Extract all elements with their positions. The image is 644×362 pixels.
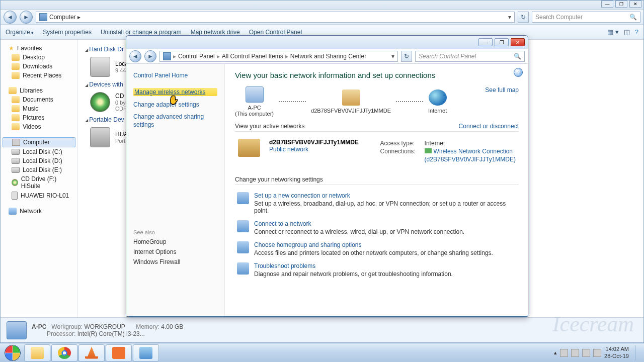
popup-maximize-button[interactable]: ❐ <box>495 38 509 46</box>
window-controls-bar: — ❐ ✕ <box>1 1 643 10</box>
network-node-router[interactable]: d2B78SFVBV0VJIFJJTy1MMDE <box>311 89 391 114</box>
sidebar-disk-e[interactable]: Local Disk (E:) <box>1 165 77 174</box>
sidebar-music[interactable]: Music <box>1 104 77 113</box>
internet-options-link[interactable]: Internet Options <box>133 248 217 255</box>
connection-icon <box>237 192 249 204</box>
change-advanced-sharing-link[interactable]: Change advanced sharing settings <box>133 113 217 129</box>
sidebar-libraries[interactable]: Libraries <box>1 86 77 95</box>
wireless-connection-link[interactable]: Wireless Network Connection <box>425 148 513 155</box>
bench-icon <box>238 139 260 157</box>
close-button[interactable]: ✕ <box>629 1 641 8</box>
computer-icon <box>12 139 20 146</box>
help-icon[interactable]: ? <box>514 68 523 77</box>
maximize-button[interactable]: ❐ <box>615 1 627 8</box>
sidebar-huawei[interactable]: HUAWEI RIO-L01 <box>1 191 77 201</box>
task-icecream[interactable] <box>106 344 132 361</box>
connect-network-item[interactable]: Connect to a network Connect or reconnec… <box>235 217 519 238</box>
sidebar-network[interactable]: Network <box>1 207 77 216</box>
sidebar-pictures[interactable]: Pictures <box>1 113 77 122</box>
search-input[interactable]: Search Computer 🔍 <box>532 12 640 23</box>
popup-search-input[interactable]: Search Control Panel 🔍 <box>415 51 525 62</box>
open-control-panel-button[interactable]: Open Control Panel <box>249 29 302 36</box>
sidebar-downloads[interactable]: Downloads <box>1 62 77 71</box>
popup-refresh-button[interactable]: ↻ <box>401 51 412 62</box>
homegroup-sharing-item[interactable]: Choose homegroup and sharing options Acc… <box>235 238 519 259</box>
forward-button[interactable]: ► <box>20 11 33 24</box>
drive-icon <box>12 167 20 173</box>
system-tray: ▴ 14:02 AM 28-Oct-19 <box>554 345 642 360</box>
connection-details: Access type: Internet Connections: Wirel… <box>380 139 516 164</box>
network-node-pc[interactable]: A-PC (This computer) <box>235 86 274 117</box>
network-icon <box>9 208 17 215</box>
search-icon: 🔍 <box>629 14 637 21</box>
tray-volume-icon[interactable] <box>593 349 601 357</box>
control-panel-home-link[interactable]: Control Panel Home <box>133 72 217 79</box>
popup-close-button[interactable]: ✕ <box>511 38 525 46</box>
tray-icon[interactable] <box>560 349 568 357</box>
help-icon[interactable]: ? <box>635 28 638 36</box>
network-name: d2B78SFVBV0VJIFJJTy1MMDE <box>269 139 359 146</box>
back-button[interactable]: ◄ <box>4 11 17 24</box>
preview-pane-icon[interactable]: ◫ <box>624 28 630 36</box>
wireless-connection-detail[interactable]: (d2B78SFVBV0VJIFJJTy1MMDE) <box>425 156 516 163</box>
folder-icon <box>12 105 20 112</box>
connect-disconnect-link[interactable]: Connect or disconnect <box>459 123 519 130</box>
windows-firewall-link[interactable]: Windows Firewall <box>133 258 217 265</box>
sidebar-videos[interactable]: Videos <box>1 122 77 131</box>
sidebar-recent-places[interactable]: Recent Places <box>1 71 77 80</box>
tray-network-icon[interactable] <box>582 349 590 357</box>
sidebar-desktop[interactable]: Desktop <box>1 53 77 62</box>
sidebar-cd-drive[interactable]: CD Drive (F:) HiSuite <box>1 174 77 191</box>
start-button[interactable] <box>2 344 23 362</box>
sidebar-favorites[interactable]: ★Favorites <box>1 44 77 53</box>
refresh-button[interactable]: ↻ <box>518 12 529 23</box>
task-control-panel[interactable] <box>133 344 159 361</box>
popup-body: Control Panel Home Manage wireless netwo… <box>126 64 528 316</box>
minimize-button[interactable]: — <box>601 1 613 8</box>
popup-back-button[interactable]: ◄ <box>129 50 141 62</box>
sidebar-documents[interactable]: Documents <box>1 95 77 104</box>
map-network-drive-button[interactable]: Map network drive <box>191 29 240 36</box>
troubleshoot-icon <box>237 262 249 275</box>
system-properties-button[interactable]: System properties <box>43 29 92 36</box>
organize-menu[interactable]: Organize <box>6 29 34 36</box>
sidebar-computer[interactable]: Computer <box>3 137 75 147</box>
task-chrome[interactable] <box>51 344 77 361</box>
tray-expand-icon[interactable]: ▴ <box>554 349 557 356</box>
homegroup-icon <box>237 241 249 253</box>
folder-icon <box>12 54 20 61</box>
signal-icon <box>425 148 432 153</box>
clock[interactable]: 14:02 AM 28-Oct-19 <box>604 346 629 359</box>
popup-forward-button[interactable]: ► <box>144 50 156 62</box>
computer-icon <box>246 86 264 103</box>
network-node-internet[interactable]: Internet <box>428 89 447 114</box>
control-panel-icon <box>139 347 152 359</box>
phone-icon <box>12 192 18 200</box>
status-computer-name: A-PC <box>32 323 46 330</box>
folder-icon <box>12 72 20 79</box>
manage-wireless-link[interactable]: Manage wireless networks <box>133 88 217 96</box>
active-network-item: d2B78SFVBV0VJIFJJTy1MMDE Public network … <box>235 135 519 168</box>
main-title: View your basic network information and … <box>235 71 519 79</box>
popup-minimize-button[interactable]: — <box>478 38 493 46</box>
view-options-icon[interactable]: ▦ ▾ <box>607 28 619 36</box>
task-explorer[interactable] <box>24 344 50 361</box>
homegroup-link[interactable]: HomeGroup <box>133 238 217 245</box>
change-adapter-link[interactable]: Change adapter settings <box>133 101 217 108</box>
icecream-icon <box>112 347 125 359</box>
breadcrumb[interactable]: Computer ▸ ▾ <box>36 12 515 23</box>
sidebar-disk-c[interactable]: Local Disk (C:) <box>1 147 77 156</box>
uninstall-program-button[interactable]: Uninstall or change a program <box>101 29 182 36</box>
task-vlc[interactable] <box>78 344 105 361</box>
tray-icon[interactable] <box>571 349 579 357</box>
troubleshoot-item[interactable]: Troubleshoot problems Diagnose and repai… <box>235 259 519 281</box>
setup-new-connection-item[interactable]: Set up a new connection or network Set u… <box>235 189 519 217</box>
see-full-map-link[interactable]: See full map <box>485 86 519 94</box>
show-desktop-button[interactable] <box>635 345 640 360</box>
sidebar-disk-d[interactable]: Local Disk (D:) <box>1 156 77 165</box>
popup-breadcrumb[interactable]: ▸ Control Panel ▸ All Control Panel Item… <box>159 51 398 62</box>
folder-icon <box>12 114 20 121</box>
network-map: See full map A-PC (This computer) d2B78S… <box>235 86 519 117</box>
computer-icon <box>7 321 27 339</box>
network-type-link[interactable]: Public network <box>269 146 359 153</box>
